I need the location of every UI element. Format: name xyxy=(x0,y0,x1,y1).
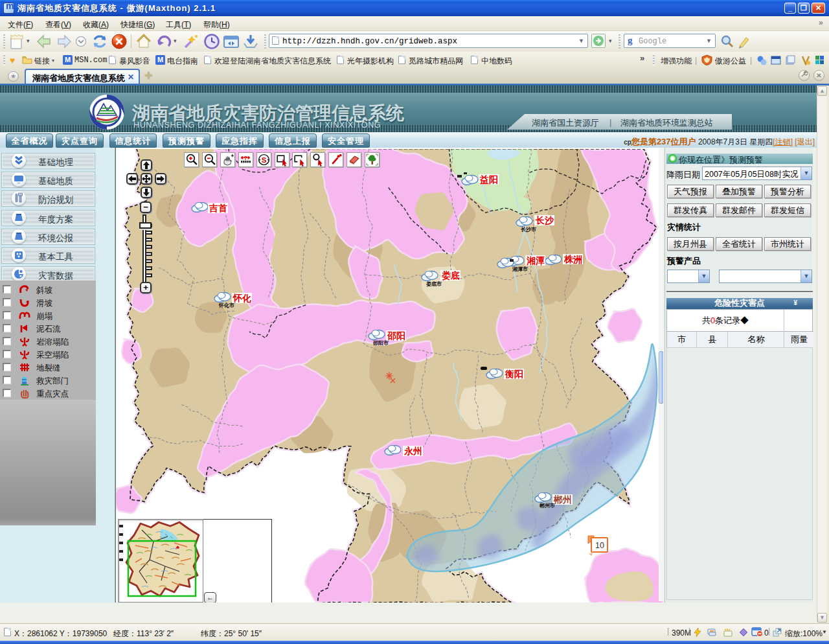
svg-text:郴州市: 郴州市 xyxy=(539,502,555,509)
svg-text:益阳: 益阳 xyxy=(479,174,498,185)
svg-text:?: ? xyxy=(244,154,247,161)
svg-text:湘潭市: 湘潭市 xyxy=(512,266,528,272)
svg-text:娄底: 娄底 xyxy=(442,270,460,281)
svg-text:衡阳: 衡阳 xyxy=(505,369,523,379)
svg-text:湘潭: 湘潭 xyxy=(526,255,545,266)
svg-text:S: S xyxy=(262,156,267,164)
svg-text:郴州: 郴州 xyxy=(553,494,572,505)
svg-text:邵阳: 邵阳 xyxy=(387,330,405,341)
svg-text:怀化市: 怀化市 xyxy=(218,302,234,308)
svg-text:长沙市: 长沙市 xyxy=(521,226,536,233)
svg-text:邵阳市: 邵阳市 xyxy=(372,339,389,346)
svg-text:吉首: 吉首 xyxy=(209,203,227,213)
svg-text:娄底市: 娄底市 xyxy=(426,281,442,287)
svg-text:怀化: 怀化 xyxy=(233,293,251,303)
svg-text:株洲: 株洲 xyxy=(563,254,582,264)
svg-text:永州: 永州 xyxy=(403,446,422,456)
svg-text:10: 10 xyxy=(595,541,604,550)
svg-text:长沙: 长沙 xyxy=(535,215,554,225)
